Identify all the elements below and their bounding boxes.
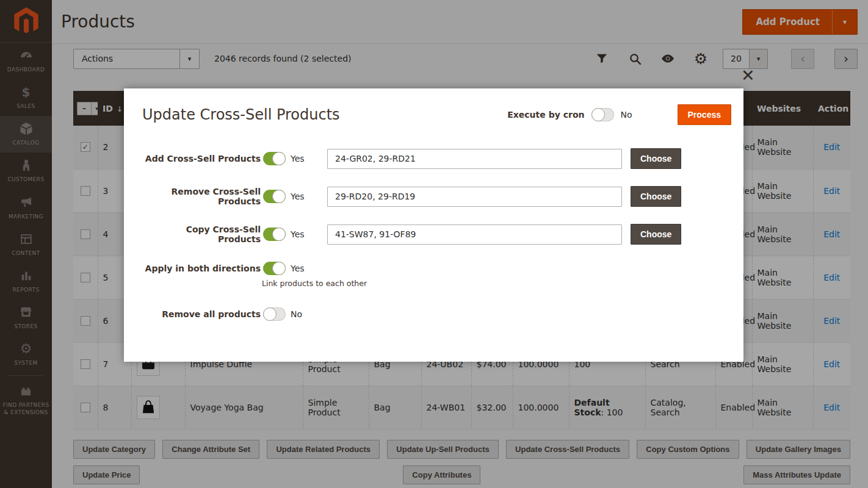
modal-header: Update Cross-Sell Products Execute by cr… [142, 104, 731, 125]
execute-by-cron-toggle[interactable] [591, 108, 614, 121]
process-button[interactable]: Process [678, 104, 731, 125]
field-note: Link products to each other [262, 279, 731, 288]
form-row-copy-cross-sell: Copy Cross-Sell Products Yes Choose [142, 224, 731, 245]
toggle-value: No [291, 309, 327, 319]
field-label: Remove Cross-Sell Products [142, 187, 261, 206]
form-row-remove-all-products: Remove all products No [142, 307, 731, 321]
copy-cross-sell-input[interactable] [327, 224, 622, 245]
update-cross-sell-modal: Update Cross-Sell Products Execute by cr… [124, 88, 743, 362]
field-label: Apply in both directions [142, 264, 261, 273]
form-row-remove-cross-sell: Remove Cross-Sell Products Yes Choose [142, 186, 731, 207]
form-row-add-cross-sell: Add Cross-Sell Products Yes Choose [142, 148, 731, 169]
remove-cross-sell-toggle[interactable] [263, 190, 286, 203]
toggle-value: Yes [291, 264, 327, 273]
field-label: Copy Cross-Sell Products [142, 224, 261, 244]
close-icon[interactable]: ✕ [741, 67, 755, 84]
field-label: Remove all products [142, 309, 261, 319]
choose-button[interactable]: Choose [631, 224, 681, 245]
execute-by-cron-label: Execute by cron [507, 110, 584, 120]
form-row-apply-both-directions: Apply in both directions Yes [142, 262, 731, 275]
modal-form: Add Cross-Sell Products Yes Choose Remov… [142, 148, 731, 321]
remove-all-products-toggle[interactable] [263, 307, 286, 321]
copy-cross-sell-toggle[interactable] [263, 228, 286, 241]
toggle-value: Yes [291, 154, 327, 163]
choose-button[interactable]: Choose [631, 148, 681, 169]
apply-both-directions-toggle[interactable] [263, 262, 286, 275]
toggle-value: Yes [291, 192, 327, 201]
modal-title: Update Cross-Sell Products [142, 106, 507, 123]
field-label: Add Cross-Sell Products [142, 154, 261, 163]
toggle-value: Yes [291, 229, 327, 239]
add-cross-sell-toggle[interactable] [263, 152, 286, 165]
execute-by-cron-value: No [620, 110, 632, 120]
choose-button[interactable]: Choose [631, 186, 681, 207]
add-cross-sell-input[interactable] [327, 149, 622, 169]
remove-cross-sell-input[interactable] [327, 187, 622, 207]
